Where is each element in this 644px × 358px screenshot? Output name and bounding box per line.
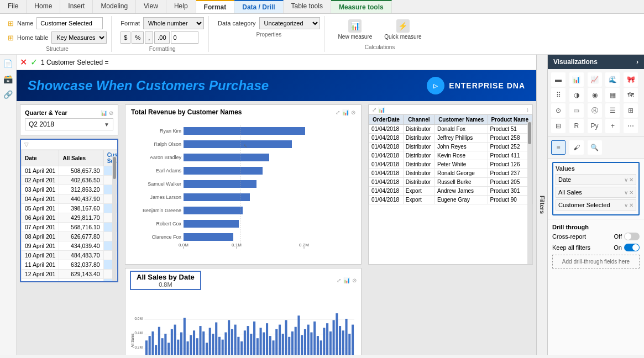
- viz-kpi[interactable]: Ⓚ: [588, 103, 602, 118]
- slicer-filter-icon[interactable]: ⊘: [109, 110, 113, 116]
- report-title: Showcase When Customers Purchase: [28, 78, 269, 93]
- viz-fields-icon[interactable]: ≡: [551, 140, 566, 155]
- svg-rect-66: [240, 341, 243, 355]
- order-row: 01/04/2018 Distributor John Reyes Produc…: [369, 143, 532, 151]
- svg-rect-98: [342, 330, 344, 355]
- allsales-chevron-icon[interactable]: ∨: [624, 189, 628, 196]
- data-category-select[interactable]: Uncategorized: [259, 17, 320, 29]
- number-input[interactable]: [171, 31, 198, 44]
- viz-analytics-icon[interactable]: 🔍: [588, 140, 602, 155]
- salesdate-chart-icon[interactable]: 📊: [343, 277, 350, 283]
- panel-expand-icon[interactable]: ›: [636, 58, 638, 66]
- sales-cell: 429,811.70: [59, 213, 103, 223]
- quick-measure-button[interactable]: ⚡ Quick measure: [380, 17, 426, 42]
- viz-matrix[interactable]: ⊟: [551, 119, 566, 133]
- customerselected-remove-icon[interactable]: ✕: [629, 202, 633, 208]
- order-chart-icon[interactable]: 📊: [378, 107, 385, 113]
- tab-insert[interactable]: Insert: [60, 0, 93, 13]
- viz-gauge[interactable]: ⊙: [551, 103, 566, 118]
- tab-home[interactable]: Home: [27, 0, 60, 13]
- viz-pie[interactable]: ◑: [569, 88, 584, 102]
- tab-help[interactable]: Help: [166, 0, 196, 13]
- filters-tab[interactable]: Filters: [536, 55, 547, 355]
- viz-custom2[interactable]: ⋯: [624, 119, 638, 133]
- sidebar-model-icon[interactable]: 🔗: [3, 90, 13, 99]
- viz-treemap[interactable]: ▦: [605, 88, 620, 102]
- tab-view[interactable]: View: [136, 0, 166, 13]
- viz-custom1[interactable]: +: [605, 119, 620, 133]
- order-icons-right: ↕: [526, 107, 529, 113]
- name-input[interactable]: [36, 17, 103, 29]
- tab-measuretools[interactable]: Measure tools: [331, 0, 392, 13]
- cross-report-toggle[interactable]: Off: [614, 233, 640, 240]
- bar-filter-icon[interactable]: ⊘: [351, 109, 355, 115]
- date-cell: 09 April 201: [22, 241, 59, 251]
- sidebar-report-icon[interactable]: 📄: [3, 59, 13, 68]
- formula-close-button[interactable]: ✕: [20, 57, 27, 67]
- date-chevron-icon[interactable]: ∨: [624, 177, 628, 183]
- viz-stacked-bar[interactable]: ▬: [551, 72, 566, 87]
- tab-datadrill[interactable]: Data / Drill: [234, 0, 283, 13]
- cross-report-track[interactable]: [624, 233, 640, 240]
- order-row: 01/04/2018 Distributor Peter White Produ…: [369, 160, 532, 169]
- order-expand-icon[interactable]: ⤢: [372, 107, 376, 113]
- formula-confirm-button[interactable]: ✓: [30, 57, 38, 67]
- main-layout: 📄 🗃️ 🔗 ✕ ✓ 1 Customer Selected = Showcas…: [0, 55, 644, 355]
- bar-chart-icon[interactable]: 📊: [342, 109, 349, 115]
- home-table-select[interactable]: Key Measures: [51, 31, 107, 44]
- sales-cell: 398,167.60: [59, 204, 103, 213]
- table-filter-icon[interactable]: ▽: [24, 141, 29, 148]
- drill-field-dropzone[interactable]: Add drill-through fields here: [552, 255, 640, 268]
- viz-format-icon[interactable]: 🖌: [569, 140, 584, 155]
- allsales-remove-icon[interactable]: ✕: [629, 189, 633, 196]
- viz-area-chart[interactable]: 🌊: [605, 72, 620, 87]
- salesdate-filter-icon[interactable]: ⊘: [352, 277, 357, 283]
- svg-rect-91: [320, 340, 322, 355]
- sales-cell: 508,657.30: [59, 166, 103, 176]
- sidebar-data-icon[interactable]: 🗃️: [3, 75, 13, 83]
- viz-donut[interactable]: ◉: [588, 88, 602, 102]
- new-measure-icon: 📊: [348, 19, 362, 33]
- order-scroll-icon[interactable]: ↕: [526, 107, 529, 113]
- viz-slicer[interactable]: ☰: [605, 103, 620, 118]
- order-product-cell: Product 411: [488, 151, 532, 160]
- order-channel-cell: Export: [403, 187, 434, 196]
- dollar-button[interactable]: $: [121, 31, 130, 44]
- svg-rect-36: [145, 340, 148, 355]
- svg-text:Earl Adams: Earl Adams: [156, 168, 182, 173]
- cross-report-label: Cross-report: [552, 233, 586, 240]
- sales-cell: 568,716.10: [59, 223, 103, 232]
- chart-icon[interactable]: 📊: [101, 110, 107, 116]
- values-label: Values: [556, 165, 636, 172]
- tab-tabletools[interactable]: Table tools: [284, 0, 331, 13]
- viz-table[interactable]: ⊞: [624, 103, 638, 118]
- keep-filters-track[interactable]: [624, 244, 640, 251]
- tab-format[interactable]: Format: [196, 0, 235, 13]
- viz-line-chart[interactable]: 📈: [588, 72, 602, 87]
- quarter-selector[interactable]: Q2 2018 ▼: [25, 118, 113, 130]
- decimal-button[interactable]: .00: [154, 31, 169, 44]
- viz-card[interactable]: ▭: [569, 103, 584, 118]
- date-remove-icon[interactable]: ✕: [629, 177, 633, 183]
- viz-scatter[interactable]: ⠿: [551, 88, 566, 102]
- table-scrollbar[interactable]: [112, 156, 117, 281]
- ribbon-toolbar: ⊞ Name ⊞ Home table Key Measures Structu…: [0, 14, 644, 54]
- order-product-cell: Product 301: [488, 187, 532, 196]
- keep-filters-toggle[interactable]: On: [614, 244, 640, 251]
- percent-button[interactable]: %: [132, 31, 144, 44]
- format-select[interactable]: Whole number: [143, 17, 204, 29]
- comma-button[interactable]: ,: [145, 31, 153, 44]
- tab-file[interactable]: File: [0, 0, 27, 13]
- new-measure-button[interactable]: 📊 New measure: [334, 17, 377, 42]
- tab-modeling[interactable]: Modeling: [93, 0, 136, 13]
- salesdate-expand-icon[interactable]: ⤢: [337, 277, 341, 283]
- customerselected-chevron-icon[interactable]: ∨: [624, 202, 628, 208]
- order-scrollbar[interactable]: [527, 122, 532, 264]
- svg-rect-100: [348, 334, 350, 355]
- viz-bar-chart[interactable]: 📊: [569, 72, 584, 87]
- viz-ribbon-chart[interactable]: 🎀: [624, 72, 638, 87]
- bar-expand-icon[interactable]: ⤢: [336, 109, 340, 115]
- viz-map[interactable]: 🗺: [624, 88, 638, 102]
- viz-python[interactable]: Py: [588, 119, 602, 133]
- viz-r-visual[interactable]: R: [569, 119, 584, 133]
